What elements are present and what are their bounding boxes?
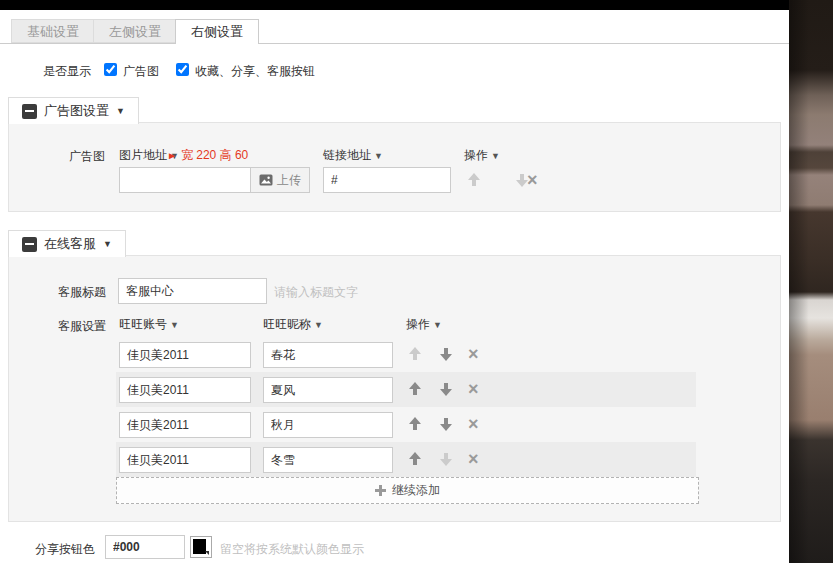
account-input[interactable] (119, 342, 251, 368)
move-down-icon[interactable] (439, 452, 453, 466)
checkbox-fav-share-service-label[interactable]: 收藏、分享、客服按钮 (195, 63, 315, 80)
move-down-icon[interactable] (439, 417, 453, 431)
background-photo (789, 0, 833, 563)
color-swatch-fill (193, 539, 206, 554)
service-title-input[interactable] (118, 278, 267, 304)
service-title-label: 客服标题 (58, 284, 106, 301)
chevron-down-icon: ▼ (433, 320, 442, 330)
service-op-column-header[interactable]: 操作▼ (406, 316, 442, 333)
chevron-down-icon: ▼ (103, 239, 112, 249)
chevron-down-icon: ▼ (491, 151, 500, 161)
account-input[interactable] (119, 447, 251, 473)
delete-icon[interactable]: × (468, 417, 479, 431)
account-input[interactable] (119, 412, 251, 438)
delete-icon[interactable]: × (468, 452, 479, 466)
tab-left-settings[interactable]: 左侧设置 (93, 19, 177, 43)
share-color-input[interactable] (105, 535, 185, 559)
tab-basic-settings[interactable]: 基础设置 (11, 19, 95, 43)
image-icon (259, 173, 273, 187)
ad-op-column-header[interactable]: 操作▼ (464, 147, 500, 164)
service-section-title: 在线客服 (44, 235, 96, 253)
collapse-icon[interactable] (22, 237, 37, 252)
link-url-column-header[interactable]: 链接地址▼ (323, 147, 383, 164)
share-color-label: 分享按钮色 (35, 541, 95, 558)
upload-button[interactable]: 上传 (251, 167, 310, 193)
account-column-header[interactable]: 旺旺账号▼ (119, 316, 179, 333)
move-up-icon[interactable] (408, 382, 422, 396)
add-row-button-label: 继续添加 (392, 482, 440, 499)
image-url-input[interactable] (119, 167, 251, 193)
service-section-header[interactable]: 在线客服 ▼ (8, 230, 126, 257)
red-arrow-icon: ► (167, 150, 177, 161)
collapse-icon[interactable] (22, 104, 37, 119)
service-title-hint: 请输入标题文字 (274, 284, 358, 301)
plus-icon (375, 485, 386, 496)
chevron-down-icon: ▼ (314, 320, 323, 330)
checkbox-fav-share-service[interactable] (176, 63, 189, 76)
display-row-label: 是否显示 (43, 63, 91, 80)
share-color-hint: 留空将按系统默认颜色显示 (220, 541, 364, 558)
account-header-label: 旺旺账号 (119, 317, 167, 331)
chevron-down-icon: ▼ (170, 320, 179, 330)
chevron-down-icon: ▼ (116, 106, 125, 116)
top-black-bar (0, 0, 789, 10)
nickname-input[interactable] (263, 447, 393, 473)
move-down-icon[interactable] (439, 382, 453, 396)
service-row: × (116, 372, 696, 407)
tab-right-settings[interactable]: 右侧设置 (175, 19, 259, 44)
ad-section-title: 广告图设置 (44, 102, 109, 120)
nickname-input[interactable] (263, 412, 393, 438)
account-input[interactable] (119, 377, 251, 403)
delete-icon[interactable]: × (527, 173, 538, 187)
nickname-input[interactable] (263, 377, 393, 403)
service-settings-label: 客服设置 (58, 318, 106, 335)
move-down-icon[interactable] (439, 347, 453, 361)
service-section-panel: 客服标题 请输入标题文字 客服设置 旺旺账号▼ 旺旺昵称▼ 操作▼ × × × … (8, 255, 781, 522)
move-up-icon[interactable] (408, 417, 422, 431)
checkbox-ad-image[interactable] (104, 63, 117, 76)
image-size-hint: ►宽 220 高 60 (159, 147, 248, 164)
nickname-input[interactable] (263, 342, 393, 368)
add-row-button[interactable]: 继续添加 (116, 477, 699, 504)
service-row: × (116, 337, 696, 372)
nickname-header-label: 旺旺昵称 (263, 317, 311, 331)
chevron-down-icon: ▼ (374, 151, 383, 161)
delete-icon[interactable]: × (468, 347, 479, 361)
ad-row-label: 广告图 (69, 148, 105, 165)
size-hint-text: 宽 220 高 60 (181, 148, 248, 162)
move-up-icon[interactable] (408, 452, 422, 466)
link-url-input[interactable] (323, 167, 451, 193)
ad-op-header-label: 操作 (464, 148, 488, 162)
upload-button-label: 上传 (277, 172, 301, 189)
color-swatch[interactable] (190, 536, 212, 558)
ad-section-panel: 广告图 图片地址▼ ►宽 220 高 60 上传 链接地址▼ 操作▼ × (8, 122, 781, 212)
ad-section-header[interactable]: 广告图设置 ▼ (8, 97, 139, 124)
service-row: × (116, 442, 696, 477)
delete-icon[interactable]: × (468, 382, 479, 396)
checkbox-ad-image-label[interactable]: 广告图 (123, 63, 159, 80)
move-up-icon[interactable] (467, 173, 481, 187)
link-url-header-label: 链接地址 (323, 148, 371, 162)
service-op-header-label: 操作 (406, 317, 430, 331)
service-row: × (116, 407, 696, 442)
move-up-icon[interactable] (408, 347, 422, 361)
nickname-column-header[interactable]: 旺旺昵称▼ (263, 316, 323, 333)
